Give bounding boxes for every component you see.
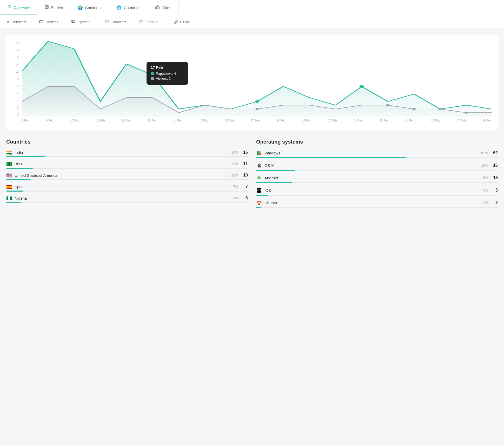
operating-icon	[71, 19, 75, 24]
android-pct: 15%	[481, 176, 488, 180]
svg-point-46	[257, 203, 258, 204]
nav-continent[interactable]: 🌍 Continent	[70, 0, 109, 15]
svg-point-43	[258, 202, 260, 204]
cities-icon	[155, 5, 160, 10]
svg-point-39	[258, 176, 259, 177]
languages-icon	[139, 19, 143, 24]
osx-bar-fill	[256, 170, 295, 171]
usa-bar-bg	[6, 179, 248, 180]
nigeria-flag: 🇳🇬	[6, 196, 12, 200]
spain-pct: 7%	[233, 185, 238, 189]
nav-entries[interactable]: Entries	[37, 0, 71, 15]
ubuntu-pct: 2%	[483, 201, 488, 205]
svg-rect-37	[259, 153, 261, 155]
nav-continent-label: Continent	[85, 5, 102, 10]
nav-operating-label: Operati...	[77, 20, 92, 24]
continent-icon: 🌍	[78, 5, 83, 10]
nav-countries-label: Countries	[124, 5, 140, 10]
country-india[interactable]: 🇮🇳 India 16% 16	[6, 150, 248, 157]
usa-flag: 🇺🇸	[6, 173, 12, 177]
android-bar-bg	[256, 182, 498, 183]
android-count: 15	[492, 175, 498, 180]
ios-count: 5	[492, 188, 498, 193]
nigeria-bar-bg	[6, 202, 248, 203]
nav-languages[interactable]: Langua...	[133, 15, 167, 29]
india-name: India	[15, 150, 231, 155]
windows-icon	[256, 150, 262, 156]
svg-point-32	[465, 112, 468, 114]
os-osx[interactable]: OS X 16% 16	[256, 163, 498, 171]
nigeria-pct: 6%	[233, 196, 238, 200]
countries-title: Countries	[6, 139, 248, 145]
chart-card: 0 2 4 6 8 10 12 14 16 18 20	[6, 35, 498, 131]
svg-rect-21	[140, 20, 143, 23]
secondary-nav: ✕ Referrers Devices Operati... Browsers	[0, 15, 504, 29]
nav-countries[interactable]: 🌐 Countries	[109, 0, 148, 15]
svg-rect-16	[72, 20, 75, 23]
country-nigeria[interactable]: 🇳🇬 Nigeria 6% 6	[6, 196, 248, 203]
ios-name: iOS	[264, 188, 483, 193]
svg-rect-12	[157, 5, 158, 6]
nav-utms[interactable]: 🔗 UTMs	[167, 15, 196, 29]
nigeria-count: 6	[242, 196, 248, 200]
countries-icon: 🌐	[116, 5, 122, 10]
nigeria-name: Nigeria	[15, 196, 233, 200]
utms-icon: 🔗	[174, 20, 178, 24]
svg-rect-6	[45, 5, 48, 9]
ubuntu-icon	[256, 200, 262, 206]
ubuntu-name: Ubuntu	[264, 201, 483, 205]
osx-bar-bg	[256, 170, 498, 171]
os-ubuntu[interactable]: Ubuntu 2% 2	[256, 200, 498, 208]
ubuntu-bar-bg	[256, 207, 498, 208]
windows-bar-fill	[256, 157, 406, 158]
windows-name: Windows	[264, 151, 481, 155]
brazil-flag: 🇧🇷	[6, 162, 12, 166]
nav-referrers[interactable]: ✕ Referrers	[0, 15, 33, 29]
country-usa[interactable]: 🇺🇸 United States of America 10% 10	[6, 173, 248, 180]
svg-point-40	[260, 176, 260, 177]
nav-entries-label: Entries	[51, 5, 63, 10]
india-bar-fill	[6, 156, 45, 157]
ubuntu-bar-fill	[256, 207, 261, 208]
brazil-pct: 11%	[231, 162, 238, 166]
referrers-icon: ✕	[6, 20, 9, 24]
nav-browsers[interactable]: Browsers	[99, 15, 133, 29]
os-ios[interactable]: iOS iOS 5% 5	[256, 187, 498, 196]
osx-name: OS X	[264, 163, 481, 168]
android-name: Android	[264, 176, 481, 180]
nav-overview[interactable]: Overview	[0, 0, 37, 15]
nav-utms-label: UTMs	[180, 20, 190, 24]
spain-count: 7	[242, 184, 248, 189]
brazil-bar-fill	[6, 168, 33, 169]
svg-rect-35	[259, 151, 261, 153]
primary-nav: Overview Entries 🌍 Continent 🌐 Countries…	[0, 0, 504, 15]
svg-point-27	[360, 85, 364, 88]
ubuntu-count: 2	[492, 200, 498, 205]
windows-count: 62	[492, 151, 498, 155]
windows-bar-bg	[256, 157, 498, 158]
country-spain[interactable]: 🇪🇸 Spain 7% 7	[6, 184, 248, 192]
bottom-grid: Countries 🇮🇳 India 16% 16 🇧🇷 Brazil 11%	[6, 139, 498, 212]
country-brazil[interactable]: 🇧🇷 Brazil 11% 11	[6, 161, 248, 169]
android-bar-fill	[256, 182, 293, 183]
os-windows[interactable]: Windows 62% 62	[256, 150, 498, 158]
ios-bar-bg	[256, 195, 498, 196]
india-bar-bg	[6, 156, 248, 157]
india-flag: 🇮🇳	[6, 150, 12, 154]
nav-operating[interactable]: Operati...	[65, 15, 99, 29]
ios-pct: 5%	[483, 188, 488, 192]
spain-flag: 🇪🇸	[6, 185, 12, 189]
os-section: Operating systems Windows 62% 62	[256, 139, 498, 212]
os-android[interactable]: Android 15% 15	[256, 175, 498, 183]
apple-icon	[256, 163, 262, 168]
nav-devices[interactable]: Devices	[33, 15, 65, 29]
svg-point-30	[412, 108, 416, 110]
svg-point-45	[260, 203, 261, 204]
ios-icon: iOS	[256, 187, 262, 193]
devices-icon	[39, 19, 43, 24]
brazil-count: 11	[242, 161, 248, 166]
main-content: 0 2 4 6 8 10 12 14 16 18 20	[0, 29, 504, 219]
nav-cities[interactable]: Cities	[148, 0, 179, 15]
os-title: Operating systems	[256, 139, 498, 145]
spain-bar-bg	[6, 191, 248, 192]
